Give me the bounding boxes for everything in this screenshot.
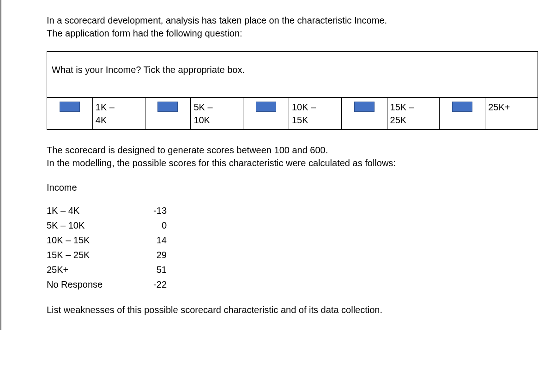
options-table: 1K – 4K 5K – 10K 10K – 15K 15K – (47, 97, 538, 130)
option-label-line1: 25K+ (488, 101, 534, 114)
score-category: 15K – 25K (47, 247, 139, 262)
score-category: 10K – 15K (47, 233, 139, 247)
score-value: 14 (139, 233, 167, 247)
option-label-line1: 1K – (96, 101, 141, 114)
table-row: 5K – 10K 0 (47, 218, 167, 233)
option-label-cell: 25K+ (485, 98, 538, 130)
task-text: List weaknesses of this possible scoreca… (47, 303, 524, 316)
table-row: 1K – 4K -13 (47, 203, 167, 218)
score-value: 0 (139, 218, 167, 233)
score-category: 5K – 10K (47, 218, 139, 233)
options-row: 1K – 4K 5K – 10K 10K – 15K 15K – (47, 98, 538, 130)
question-box: What is your Income? Tick the appropriat… (47, 51, 538, 97)
question-text: What is your Income? Tick the appropriat… (52, 63, 533, 76)
option-label-cell: 15K – 25K (387, 98, 440, 130)
option-box-cell (47, 98, 93, 130)
option-label-line1: 10K – (292, 101, 338, 114)
option-label-line2: 15K (292, 114, 338, 127)
tickbox-icon[interactable] (256, 102, 276, 112)
score-value: -13 (139, 203, 167, 218)
intro-text: In a scorecard development, analysis has… (47, 14, 524, 40)
intro-line2: The application form had the following q… (47, 27, 524, 40)
score-value: -22 (139, 277, 167, 292)
income-heading: Income (47, 181, 524, 194)
after-line1: The scorecard is designed to generate sc… (47, 144, 524, 157)
after-text: The scorecard is designed to generate sc… (47, 144, 524, 169)
option-box-cell (341, 98, 387, 130)
score-value: 29 (139, 247, 167, 262)
tickbox-icon[interactable] (157, 102, 178, 112)
intro-line1: In a scorecard development, analysis has… (47, 14, 524, 27)
option-label-line1: 5K – (193, 101, 239, 114)
option-label-cell: 10K – 15K (289, 98, 341, 130)
score-value: 51 (139, 262, 167, 277)
score-category: No Response (47, 277, 139, 292)
tickbox-icon[interactable] (354, 102, 375, 112)
option-label-line2: 10K (193, 114, 239, 127)
score-category: 1K – 4K (47, 203, 139, 218)
table-row: 25K+ 51 (47, 262, 167, 277)
option-label-cell: 5K – 10K (191, 98, 243, 130)
tickbox-icon[interactable] (60, 102, 80, 112)
tickbox-icon[interactable] (452, 102, 472, 112)
option-box-cell (440, 98, 485, 130)
table-row: 15K – 25K 29 (47, 247, 167, 262)
score-category: 25K+ (47, 262, 139, 277)
option-label-line2: 25K (390, 114, 436, 127)
option-label-cell: 1K – 4K (92, 98, 145, 130)
after-line2: In the modelling, the possible scores fo… (47, 157, 524, 169)
table-row: 10K – 15K 14 (47, 233, 167, 247)
option-box-cell (243, 98, 289, 130)
score-table: 1K – 4K -13 5K – 10K 0 10K – 15K 14 15K … (47, 203, 167, 292)
table-row: No Response -22 (47, 277, 167, 292)
option-box-cell (145, 98, 191, 130)
option-label-line2: 4K (96, 114, 141, 127)
option-label-line1: 15K – (390, 101, 436, 114)
